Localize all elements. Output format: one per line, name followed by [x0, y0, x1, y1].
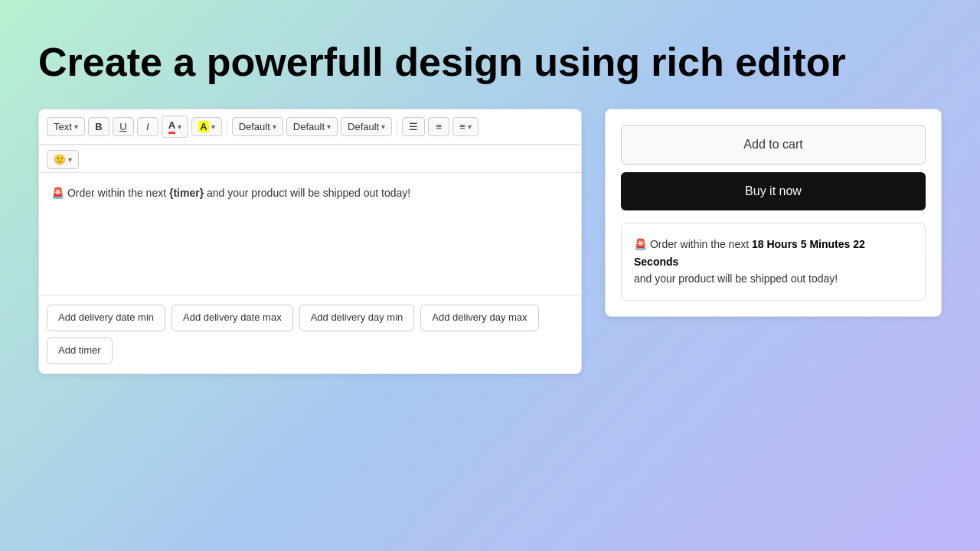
underline-btn[interactable]: U — [113, 117, 134, 136]
add-timer-btn[interactable]: Add timer — [47, 337, 113, 364]
add-delivery-day-min-btn[interactable]: Add delivery day min — [299, 305, 415, 331]
text-chevron-icon: ▾ — [74, 122, 78, 131]
italic-label: I — [146, 121, 149, 132]
align-chevron-icon: ▾ — [468, 122, 472, 131]
ordered-list-btn[interactable]: ≡ — [428, 117, 449, 136]
preview-alarm-emoji: 🚨 — [634, 238, 647, 250]
buy-now-btn[interactable]: Buy it now — [621, 172, 926, 210]
default3-chevron-icon: ▾ — [381, 122, 385, 131]
editor-panel: Text ▾ B U I A ▾ A ▾ Default — [38, 109, 582, 374]
preview-panel: Add to cart Buy it now 🚨 Order within th… — [605, 109, 942, 316]
emoji-btn[interactable]: 🙂 ▾ — [47, 150, 79, 169]
align-icon: ≡ — [459, 121, 466, 132]
add-to-cart-btn[interactable]: Add to cart — [621, 125, 926, 165]
text-dropdown-btn[interactable]: Text ▾ — [47, 117, 85, 136]
editor-action-buttons: Add delivery date min Add delivery date … — [39, 295, 581, 373]
alarm-emoji: 🚨 — [51, 187, 64, 199]
editor-content-area[interactable]: 🚨 Order within the next {timer} and your… — [39, 173, 581, 295]
default3-label: Default — [348, 121, 379, 132]
unordered-list-btn[interactable]: ☰ — [402, 117, 425, 136]
underline-label: U — [119, 121, 126, 132]
toolbar-divider1 — [227, 119, 227, 135]
add-delivery-day-max-btn[interactable]: Add delivery day max — [420, 305, 538, 331]
add-delivery-date-max-btn[interactable]: Add delivery date max — [172, 305, 293, 331]
font-color-chevron-icon: ▾ — [178, 122, 181, 131]
editor-text-prefix: Order within the next — [67, 187, 169, 199]
highlight-chevron-icon: ▾ — [211, 122, 215, 131]
font-color-icon: A — [168, 119, 175, 134]
italic-btn[interactable]: I — [137, 117, 158, 136]
default2-label: Default — [293, 121, 325, 132]
bold-label: B — [95, 121, 102, 132]
default2-chevron-icon: ▾ — [327, 122, 331, 131]
editor-timer-token: {timer} — [169, 187, 204, 199]
page-title: Create a powerfull design using rich edi… — [0, 0, 980, 109]
default3-dropdown-btn[interactable]: Default ▾ — [341, 117, 392, 136]
default2-dropdown-btn[interactable]: Default ▾ — [286, 117, 338, 136]
toolbar-divider2 — [397, 119, 397, 135]
default1-dropdown-btn[interactable]: Default ▾ — [232, 117, 283, 136]
preview-text-suffix: and your product will be shipped out tod… — [634, 272, 838, 285]
default1-chevron-icon: ▾ — [273, 122, 276, 131]
bold-btn[interactable]: B — [88, 117, 109, 136]
text-btn-label: Text — [54, 121, 72, 132]
toolbar-row2: 🙂 ▾ — [39, 145, 581, 173]
ordered-list-icon: ≡ — [436, 121, 442, 132]
add-delivery-date-min-btn[interactable]: Add delivery date min — [47, 305, 165, 331]
toolbar-row1: Text ▾ B U I A ▾ A ▾ Default — [39, 109, 581, 145]
preview-text-prefix: Order within the next — [650, 238, 752, 250]
highlight-icon: A — [198, 121, 208, 132]
unordered-list-icon: ☰ — [409, 121, 418, 132]
font-color-btn[interactable]: A ▾ — [162, 116, 188, 138]
preview-message-box: 🚨 Order within the next 18 Hours 5 Minut… — [621, 223, 926, 300]
highlight-color-btn[interactable]: A ▾ — [191, 117, 221, 136]
editor-text-suffix: and your product will be shipped out tod… — [204, 187, 410, 199]
default1-label: Default — [239, 121, 270, 132]
emoji-chevron-icon: ▾ — [68, 155, 72, 164]
emoji-icon: 🙂 — [54, 154, 66, 165]
align-btn[interactable]: ≡ ▾ — [452, 117, 479, 136]
